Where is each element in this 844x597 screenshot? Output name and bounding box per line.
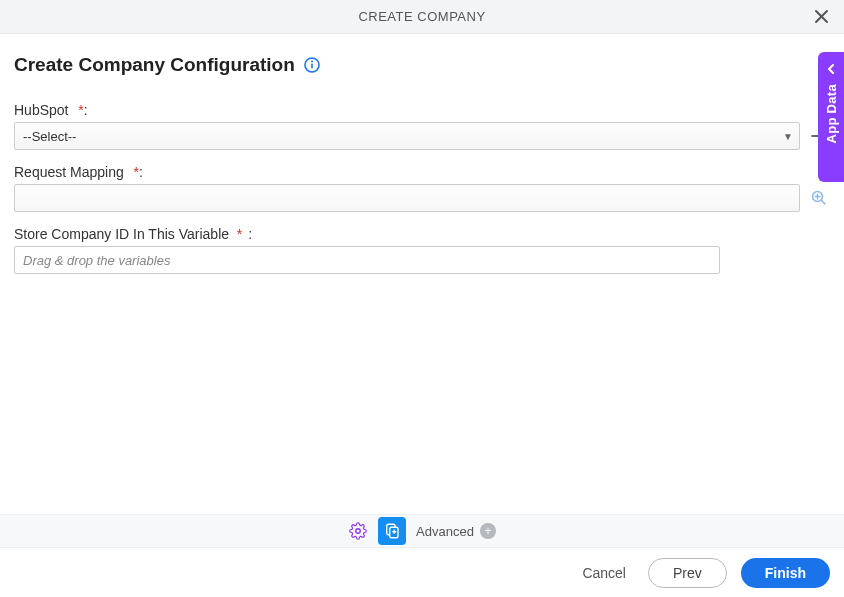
advanced-toggle[interactable]: Advanced +: [416, 523, 496, 539]
hubspot-field: HubSpot *: --Select-- ▼: [14, 102, 830, 150]
hubspot-select[interactable]: --Select-- ▼: [14, 122, 800, 150]
hubspot-label: HubSpot *:: [14, 102, 830, 118]
plus-circle-icon: +: [480, 523, 496, 539]
form-body: Create Company Configuration HubSpot *: …: [0, 34, 844, 274]
required-marker: *: [237, 226, 242, 242]
label-colon: :: [139, 164, 143, 180]
gear-icon[interactable]: [348, 521, 368, 541]
hubspot-select-value: --Select--: [23, 129, 76, 144]
hubspot-label-text: HubSpot: [14, 102, 68, 118]
modal-header: CREATE COMPANY: [0, 0, 844, 34]
advanced-label-text: Advanced: [416, 524, 474, 539]
label-colon: :: [248, 226, 252, 242]
zoom-icon[interactable]: [808, 187, 830, 209]
label-colon: :: [84, 102, 88, 118]
svg-rect-4: [311, 64, 313, 69]
side-tab-label: App Data: [824, 84, 839, 143]
prev-button[interactable]: Prev: [648, 558, 727, 588]
info-icon[interactable]: [303, 56, 321, 74]
svg-point-3: [311, 61, 313, 63]
chevron-down-icon: ▼: [783, 131, 793, 142]
request-mapping-label: Request Mapping *:: [14, 164, 830, 180]
modal-footer: Cancel Prev Finish: [0, 548, 844, 597]
request-mapping-input[interactable]: [14, 184, 800, 212]
close-icon[interactable]: [812, 8, 830, 26]
modal-title: CREATE COMPANY: [358, 9, 485, 24]
store-company-id-label-text: Store Company ID In This Variable: [14, 226, 229, 242]
finish-button[interactable]: Finish: [741, 558, 830, 588]
store-company-id-input[interactable]: Drag & drop the variables: [14, 246, 720, 274]
bottom-toolbar: Advanced +: [0, 514, 844, 548]
request-mapping-label-text: Request Mapping: [14, 164, 124, 180]
store-company-id-field: Store Company ID In This Variable * : Dr…: [14, 226, 830, 274]
app-data-side-tab[interactable]: App Data: [818, 52, 844, 182]
store-company-id-label: Store Company ID In This Variable * :: [14, 226, 830, 242]
cancel-button[interactable]: Cancel: [574, 558, 634, 588]
page-title: Create Company Configuration: [14, 54, 295, 76]
chevron-left-icon: [825, 62, 837, 78]
page-title-row: Create Company Configuration: [14, 54, 830, 76]
store-company-id-placeholder: Drag & drop the variables: [23, 253, 170, 268]
template-icon[interactable]: [378, 517, 406, 545]
request-mapping-field: Request Mapping *:: [14, 164, 830, 212]
svg-line-8: [822, 201, 826, 205]
